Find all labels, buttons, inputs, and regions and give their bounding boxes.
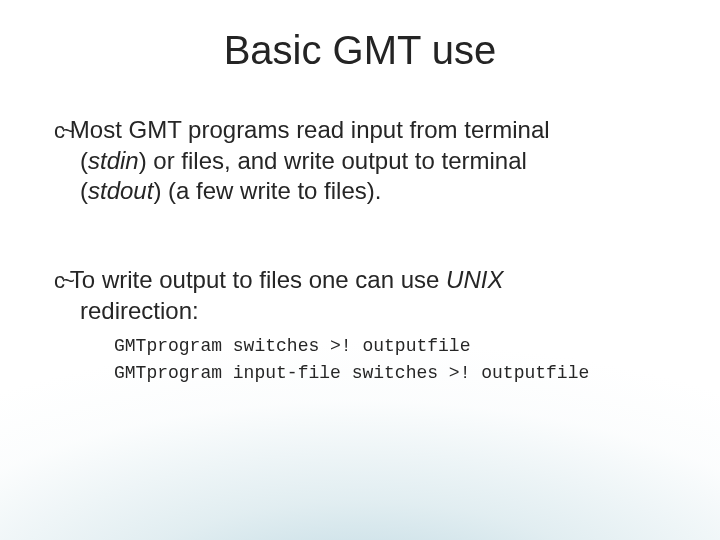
text: ( [80, 147, 88, 174]
bullet-text: Most GMT programs read input from termin… [70, 116, 550, 143]
bullet-text-cont: (stdout) (a few write to files). [80, 176, 660, 207]
bullet-text: To write output to files one can use [70, 266, 446, 293]
code-line: GMTprogram input-file switches >! output… [114, 360, 660, 387]
text: ( [80, 177, 88, 204]
bullet-item: c~To write output to files one can use U… [54, 265, 660, 386]
italic-text: UNIX [446, 266, 503, 293]
italic-text: stdin [88, 147, 139, 174]
bullet-text-cont: (stdin) or files, and write output to te… [80, 146, 660, 177]
code-block: GMTprogram switches >! outputfile GMTpro… [114, 333, 660, 387]
bullet-list: c~Most GMT programs read input from term… [48, 115, 672, 387]
text: ) or files, and write output to terminal [139, 147, 527, 174]
text: ) (a few write to files). [153, 177, 381, 204]
slide-title: Basic GMT use [48, 28, 672, 73]
bullet-item: c~Most GMT programs read input from term… [54, 115, 660, 207]
bullet-text-cont: redirection: [80, 296, 660, 327]
slide: Basic GMT use c~Most GMT programs read i… [0, 0, 720, 540]
italic-text: stdout [88, 177, 153, 204]
code-line: GMTprogram switches >! outputfile [114, 333, 660, 360]
